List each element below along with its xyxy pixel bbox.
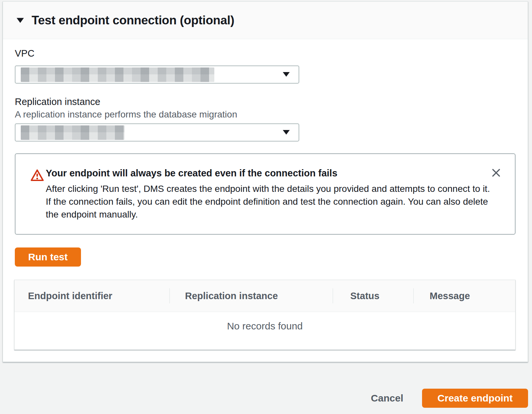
footer-actions: Cancel Create endpoint — [371, 389, 528, 408]
replication-instance-select-redacted-value — [21, 125, 124, 140]
chevron-down-icon — [282, 72, 290, 77]
chevron-down-icon — [282, 130, 290, 135]
warning-close-button[interactable] — [488, 165, 504, 181]
vpc-select-redacted-value — [21, 67, 214, 82]
column-header-message: Message — [413, 280, 515, 312]
column-header-status: Status — [332, 280, 413, 312]
panel-title: Test endpoint connection (optional) — [32, 13, 234, 27]
table-body: No records found — [14, 312, 515, 332]
collapse-triangle-icon[interactable] — [16, 17, 24, 23]
warning-content: Your endpoint will always be created eve… — [46, 168, 493, 221]
run-test-button[interactable]: Run test — [15, 247, 81, 267]
replication-instance-select[interactable] — [15, 123, 299, 142]
test-results-table: Endpoint identifier Replication instance… — [14, 280, 516, 350]
panel-header[interactable]: Test endpoint connection (optional) — [3, 2, 528, 39]
warning-triangle-icon — [31, 169, 44, 181]
warning-alert: Your endpoint will always be created eve… — [15, 153, 516, 235]
close-icon — [490, 167, 502, 179]
replication-instance-label: Replication instance — [15, 96, 100, 107]
column-header-replication-instance: Replication instance — [169, 280, 332, 312]
warning-body: After clicking 'Run test', DMS creates t… — [46, 182, 493, 221]
replication-instance-description: A replication instance performs the data… — [15, 109, 237, 120]
column-header-endpoint-identifier: Endpoint identifier — [14, 280, 169, 312]
vpc-label: VPC — [15, 48, 35, 59]
create-endpoint-button[interactable]: Create endpoint — [422, 389, 528, 408]
cancel-button[interactable]: Cancel — [371, 393, 403, 404]
warning-title: Your endpoint will always be created eve… — [46, 168, 493, 179]
test-endpoint-panel: Test endpoint connection (optional) VPC … — [3, 1, 528, 362]
empty-state-message: No records found — [227, 321, 303, 332]
table-header-row: Endpoint identifier Replication instance… — [14, 280, 515, 312]
vpc-select[interactable] — [15, 65, 299, 84]
